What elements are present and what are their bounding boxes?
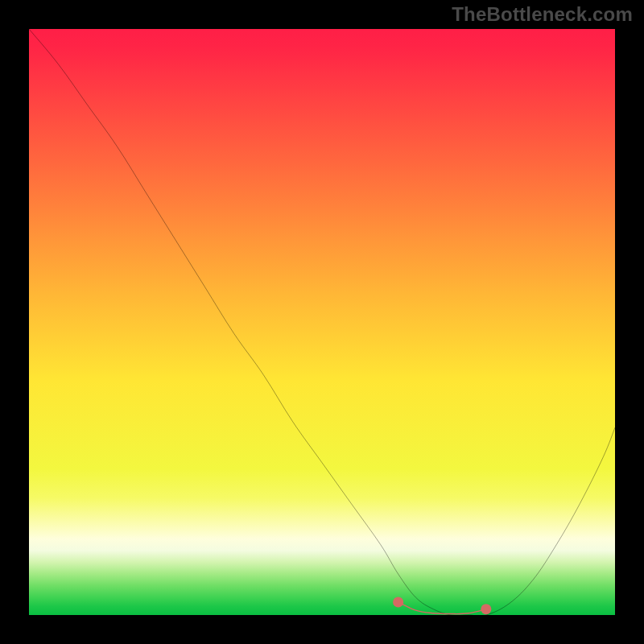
watermark-text: TheBottleneck.com [452, 3, 633, 26]
plot-area [29, 29, 615, 615]
svg-point-2 [481, 604, 491, 614]
svg-point-1 [393, 597, 403, 607]
optimal-range-highlight [29, 29, 615, 615]
chart-frame: TheBottleneck.com [0, 0, 644, 644]
